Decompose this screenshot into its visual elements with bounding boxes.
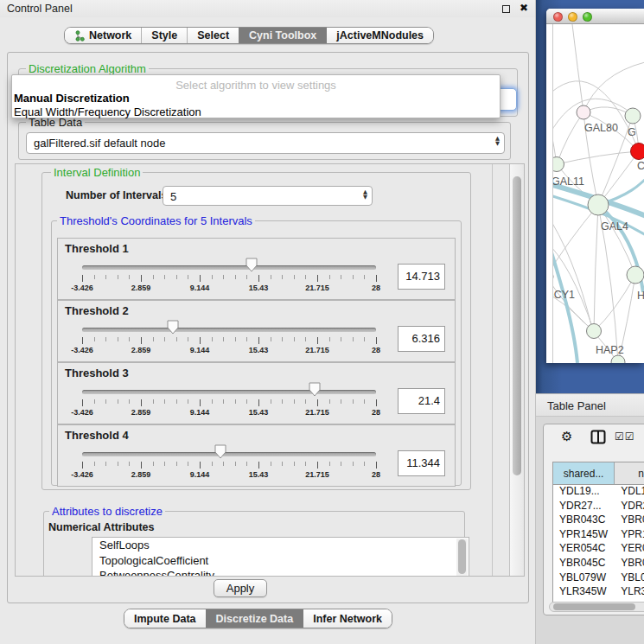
float-window-icon[interactable]: [502, 5, 510, 13]
table-horizontal-scrollbar[interactable]: [549, 602, 644, 612]
slider-tick-label: 2.859: [131, 284, 151, 292]
tab-jactivemnodules[interactable]: jActiveMNodules: [326, 28, 433, 43]
control-panel-title: Control Panel: [7, 3, 73, 15]
threshold-value-field[interactable]: 6.316: [398, 326, 445, 352]
attributes-scrollbar[interactable]: [456, 539, 468, 577]
network-node-h[interactable]: [627, 266, 644, 284]
threshold-value-field[interactable]: 21.4: [398, 388, 445, 414]
table-row[interactable]: YBL079WYBL0: [553, 571, 644, 586]
table-row[interactable]: YPR145WYPR1: [553, 528, 644, 543]
control-panel-body: Discretization Algorithm Select algorith…: [7, 52, 529, 603]
network-canvas[interactable]: GAL80GCGAL11GAL4GCY1HHAP2: [552, 24, 644, 363]
table-data-value: galFiltered.sif default node: [34, 137, 165, 150]
attribute-item-betweennesscentrality[interactable]: BetweennessCentrality: [92, 568, 469, 577]
top-tab-bar: NetworkStyleSelectCyni ToolboxjActiveMNo…: [64, 27, 434, 44]
cell-shared-name[interactable]: YBL079W: [553, 571, 615, 586]
apply-button[interactable]: Apply: [214, 579, 267, 597]
node-label-gal11: GAL11: [553, 175, 584, 188]
number-of-intervals-combobox[interactable]: 5 ▲▼: [163, 186, 373, 206]
cell-name[interactable]: YBR0: [615, 513, 644, 528]
network-node-hap2[interactable]: [587, 324, 602, 339]
network-icon: [74, 30, 85, 41]
slider-tick-label: 21.715: [305, 408, 329, 417]
cell-shared-name[interactable]: YBR045C: [553, 557, 615, 571]
cell-name[interactable]: YDL1: [615, 485, 644, 500]
numerical-attributes-list[interactable]: SelfLoopsTopologicalCoefficientBetweenne…: [92, 537, 469, 577]
table-row[interactable]: YER054CYER0: [553, 542, 644, 557]
attribute-item-topologicalcoefficient[interactable]: TopologicalCoefficient: [92, 553, 469, 569]
table-row[interactable]: YBR043CYBR0: [553, 513, 644, 528]
slider-ticks: [82, 462, 376, 469]
numerical-attributes-label: Numerical Attributes: [48, 521, 154, 533]
threshold-value-field[interactable]: 11.344: [398, 450, 445, 476]
table-data-combobox[interactable]: galFiltered.sif default node ▲▼: [26, 132, 505, 154]
table-data-group: Table Data galFiltered.sif default node …: [18, 122, 511, 160]
tab-label: Cyni Toolbox: [249, 29, 316, 41]
table-row[interactable]: YDR27...YDR2: [553, 500, 644, 514]
threshold-slider-thumb[interactable]: [167, 320, 179, 335]
zoom-traffic-light[interactable]: [583, 12, 592, 22]
network-node-gal11[interactable]: [553, 157, 564, 172]
threshold-slider-thumb[interactable]: [245, 258, 258, 272]
threshold-slider-track[interactable]: [82, 390, 376, 394]
dropdown-item-manual-discretization[interactable]: Manual Discretization: [14, 92, 130, 105]
cell-shared-name[interactable]: YPR145W: [553, 528, 615, 543]
settings-scroll-area: Interval Definition Number of Intervals …: [15, 163, 525, 577]
cell-name[interactable]: YER0: [615, 542, 644, 557]
threshold-value-field[interactable]: 14.713: [398, 264, 445, 290]
table-row[interactable]: YDL19...YDL1: [553, 485, 644, 500]
attribute-item-selfloops[interactable]: SelfLoops: [92, 538, 469, 553]
split-columns-icon[interactable]: [590, 430, 606, 448]
slider-tick-label: 9.144: [190, 284, 210, 292]
node-table: shared... n YDL19...YDL1YDR27...YDR2YBR0…: [552, 462, 644, 605]
cell-shared-name[interactable]: YDR27...: [553, 500, 615, 514]
cell-shared-name[interactable]: YLR345W: [553, 585, 615, 600]
settings-vertical-scrollbar[interactable]: [509, 164, 524, 576]
cell-name[interactable]: YBL0: [615, 571, 644, 586]
control-panel: Control Panel ✖ NetworkStyleSelectCyni T…: [0, 0, 536, 644]
table-row[interactable]: YLR345WYLR3: [553, 585, 644, 600]
tab-infer-network[interactable]: Infer Network: [303, 609, 392, 628]
column-header-shared[interactable]: shared...: [553, 462, 615, 485]
threshold-slider-track[interactable]: [82, 452, 376, 456]
cell-shared-name[interactable]: YBR043C: [553, 513, 615, 528]
interval-definition-legend: Interval Definition: [51, 166, 143, 179]
tab-discretize-data[interactable]: Discretize Data: [206, 609, 303, 628]
slider-tick-label: 15.43: [249, 284, 269, 292]
tab-select[interactable]: Select: [187, 28, 239, 43]
slider-tick-label: 2.859: [131, 346, 151, 354]
minimize-traffic-light[interactable]: [568, 12, 577, 22]
network-graph: GAL80GCGAL11GAL4GCY1HHAP2: [553, 24, 644, 363]
tab-label: Infer Network: [313, 613, 382, 625]
close-traffic-light[interactable]: [553, 12, 563, 22]
tab-network[interactable]: Network: [65, 28, 141, 43]
cell-shared-name[interactable]: YDL19...: [553, 485, 615, 500]
threshold-slider-track[interactable]: [82, 265, 376, 270]
tab-style[interactable]: Style: [141, 28, 187, 43]
gear-icon[interactable]: ⚙: [561, 429, 572, 444]
column-header-name[interactable]: n: [615, 462, 644, 485]
network-node-c[interactable]: [631, 143, 644, 160]
checkbox-toggles-icon[interactable]: ☑☑: [615, 430, 635, 443]
threshold-slider-thumb[interactable]: [309, 382, 321, 397]
network-node-gal4[interactable]: [588, 194, 609, 215]
slider-tick-label: 28: [372, 346, 380, 354]
cell-name[interactable]: YLR3: [615, 585, 644, 600]
slider-tick-label: 28: [372, 284, 380, 292]
tab-impute-data[interactable]: Impute Data: [124, 609, 206, 628]
close-icon[interactable]: ✖: [520, 2, 528, 14]
tab-cyni-toolbox[interactable]: Cyni Toolbox: [239, 28, 326, 43]
network-node-g[interactable]: [625, 108, 641, 124]
cell-name[interactable]: YBR0: [615, 557, 644, 571]
cell-name[interactable]: YPR1: [615, 528, 644, 543]
node-label-h: H: [637, 290, 644, 302]
threshold-slider-track[interactable]: [82, 328, 376, 332]
dropdown-item-equal-width-frequency[interactable]: Equal Width/Frequency Discretization: [14, 105, 201, 118]
network-node-gal80[interactable]: [577, 105, 590, 119]
cell-shared-name[interactable]: YER054C: [553, 542, 615, 557]
cell-name[interactable]: YDR2: [615, 500, 644, 514]
table-row[interactable]: YBR045CYBR0: [553, 557, 644, 571]
thresholds-group: Threshold's Coordinates for 5 Intervals …: [51, 220, 462, 486]
threshold-slider-thumb[interactable]: [214, 444, 226, 459]
slider-tick-label: 21.715: [305, 284, 329, 292]
